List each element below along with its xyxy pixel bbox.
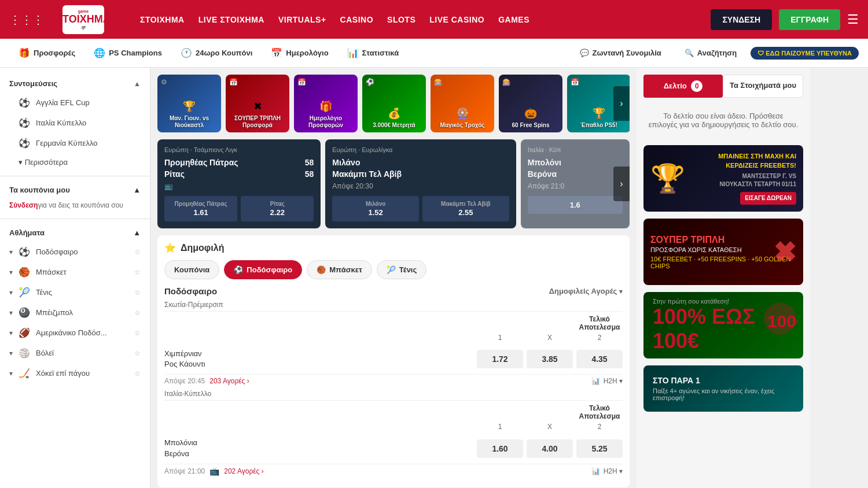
tab-coupons[interactable]: Κουπόνια (164, 260, 219, 279)
promo-card-5[interactable]: 🎃 60 Free Spins 🎰 (499, 75, 562, 132)
promo-icon-4: 🎡 (456, 107, 469, 120)
sport-item-baseball[interactable]: ▾ 🎱 Μπέιζμπολ ☆ (0, 302, 150, 323)
h2h-btn-2[interactable]: H2H ▾ (604, 467, 623, 475)
odd1-header-2: 1 (477, 423, 523, 431)
odd-btn-1-1[interactable]: 1.72 (477, 350, 523, 368)
match-3-odd[interactable]: 1.6 (528, 196, 623, 214)
nav-casino[interactable]: CASINO (340, 13, 373, 27)
promo-card-1[interactable]: ✖ ΣΟΥΠΕΡ ΤΡΙΠΛΗ Προσφορά 📅 (226, 75, 289, 132)
login-button[interactable]: ΣΥΝΔΕΣΗ (711, 9, 772, 30)
match-2-odd1[interactable]: Μιλάνο 1.52 (332, 196, 419, 221)
expand-icon-4: ▾ (9, 309, 13, 317)
more-markets-1[interactable]: 203 Αγορές › (209, 377, 249, 385)
bet-odds-1: 1.72 3.85 4.35 (477, 350, 623, 368)
live-match-cards: Ευρώπη · Τσάμπιονς Λιγκ Προμηθέας Πάτρας… (157, 139, 630, 228)
tab-coupons-label: Κουπόνια (174, 265, 209, 274)
bet-row-2: Μπολόνια Βερόνα 1.60 4.00 5.25 (164, 433, 623, 464)
match-1-odd2[interactable]: Ρίτας 2.22 (241, 196, 314, 221)
nav-ps-champions[interactable]: 🌐 PS Champions (84, 39, 171, 67)
responsible-gaming-badge[interactable]: 🛡 ΕΔΩ ΠΑΙΖΟΥΜΕ ΥΠΕΥΘΥΝΑ (751, 47, 859, 60)
football-icon-3: ⚽ (19, 138, 30, 149)
my-coupons-header[interactable]: Τα κουπόνια μου ▲ (0, 181, 150, 199)
live-match-2[interactable]: Ευρώπη · Ευρωλίγκα Μιλάνο Μακάμπι Τελ Αβ… (325, 139, 516, 228)
tab-basketball[interactable]: 🏀 Μπάσκετ (307, 260, 372, 279)
sport-item-basketball[interactable]: ▾ 🏀 Μπάσκετ ☆ (0, 262, 150, 282)
nav-chat[interactable]: 💬 Ζωντανή Συνομιλία (571, 49, 671, 57)
promo-top-icon-6: 📅 (571, 78, 579, 86)
markets-dropdown[interactable]: Δημοφιλείς Αγορές ▾ (549, 287, 623, 295)
match-3-time: Απόψε 21:0 (528, 182, 623, 190)
promo-top-icon-2: 📅 (297, 78, 306, 86)
match-next-arrow[interactable]: › (613, 167, 630, 201)
nav-coupon24[interactable]: 🕐 24ωρο Κουπόνι (171, 39, 262, 67)
nav-ps-label: PS Champions (109, 49, 162, 57)
register-button[interactable]: ΕΓΓΡΑΦΗ (779, 9, 840, 30)
nav-live-casino[interactable]: LIVE CASINO (429, 13, 484, 27)
tab-tennis[interactable]: 🎾 Τένις (377, 260, 426, 279)
match-1-odd1[interactable]: Προμηθέας Πάτρας 1.61 (164, 196, 237, 221)
tab-football-icon: ⚽ (234, 265, 243, 274)
coupons-arrow: ▲ (133, 186, 141, 194)
grid-icon[interactable]: ⋮⋮⋮ (9, 13, 44, 27)
nav-promo[interactable]: 🎁 Προσφορές (9, 39, 84, 67)
betslip-tab-my-bets[interactable]: Τα Στοιχήματά μου (723, 75, 803, 98)
tab-football[interactable]: ⚽ Ποδόσφαιρο (224, 260, 302, 279)
banner-para-1[interactable]: ΣΤΟ ΠΑΡΑ 1 Παίξε 4+ αγώνες και αν νικήσε… (643, 365, 803, 412)
sport-item-hockey[interactable]: ▾ 🏒 Χόκεϊ επί πάγου ☆ (0, 363, 150, 383)
coupons-login-link[interactable]: Σύνδεση (9, 201, 38, 209)
betslip-tab-active[interactable]: Δελτίο 0 (643, 75, 723, 98)
expand-icon-2: ▾ (9, 268, 13, 276)
nav-live[interactable]: LIVE ΣΤΟΙΧΗΜΑ (198, 13, 264, 27)
match-2-team2: Μακάμπι Τελ Αβίβ (332, 169, 509, 179)
nav-links: ΣΤΟΙΧΗΜΑ LIVE ΣΤΟΙΧΗΜΑ VIRTUALS+ CASINO … (140, 13, 697, 27)
sports-header[interactable]: Αθλήματα ▲ (0, 224, 150, 242)
expand-icon-6: ▾ (9, 349, 13, 357)
nav-stats[interactable]: 📊 Στατιστικά (338, 39, 409, 67)
banner-ps-action[interactable]: ΕΙΣΑΓΕ ΔΩΡΕΑΝ (740, 192, 796, 205)
odd-btn-2-x[interactable]: 4.00 (527, 439, 573, 458)
logo-area[interactable]: game ΣΤΟΙΧΗΜΑ .gr (62, 5, 126, 34)
nav-calendar[interactable]: 📅 Ημερολόγιο (262, 39, 337, 67)
promo-card-3[interactable]: 💰 3.000€ Μετρητά ⚽ (362, 75, 426, 132)
sport-item-football[interactable]: ▾ ⚽ Ποδόσφαιρο ☆ (0, 242, 150, 262)
banner-100-percent[interactable]: Στην πρώτη σου κατάθεση! 100% ΕΩΣ 100€ 1… (643, 292, 803, 358)
live-match-1[interactable]: Ευρώπη · Τσάμπιονς Λιγκ Προμηθέας Πάτρας… (157, 139, 321, 228)
league-1-container: Σκωτία-Πρέμιερσιπ Τελικό Αποτελεσμα 1 X … (164, 301, 623, 390)
promo-card-0[interactable]: 🏆 Μαν. Γιουν. vs Νιούκαστλ ⚙ (157, 75, 221, 132)
more-markets-2[interactable]: 202 Αγορές › (224, 467, 263, 475)
nav-virtuals[interactable]: VIRTUALS+ (278, 13, 326, 27)
nav-stoixima[interactable]: ΣΤΟΙΧΗΜΑ (140, 13, 185, 27)
odds-headers-row-2: 1 X 2 (164, 423, 623, 431)
promo-label-2: Ημερολόγιο Προσφορών (297, 115, 354, 129)
sport-item-american-football[interactable]: ▾ 🏈 Αμερικάνικο Ποδόσ... ☆ (0, 323, 150, 343)
odd-btn-2-1[interactable]: 1.60 (477, 439, 523, 458)
shortcuts-header[interactable]: Συντομεύσεις ▲ (0, 75, 150, 93)
banner-super-tripla[interactable]: ΣΟΥΠΕΡ ΤΡΙΠΛΗ ΠΡΟΣΦΟΡΑ ΧΩΡΙΣ ΚΑΤΑΘΕΣΗ 10… (643, 219, 803, 285)
hamburger-icon[interactable]: ☰ (847, 12, 859, 27)
banner-ps-champions[interactable]: 🏆 ΜΠΑΙΝΕΙΣ ΣΤΗ ΜΑΧΗ ΚΑΙ ΚΕΡΔΙΖΕΙΣ FREEBE… (643, 145, 803, 212)
sidebar-more[interactable]: ▾ Περισσότερα (0, 153, 150, 171)
sidebar-item-italy-cup[interactable]: ⚽ Ιταλία Κύπελλο (0, 113, 150, 133)
clock-icon: 🕐 (181, 47, 192, 58)
odd-btn-1-x[interactable]: 3.85 (527, 350, 573, 368)
promo-next-arrow[interactable]: › (613, 86, 630, 121)
nav-search[interactable]: 🔍 Αναζήτηση (675, 49, 746, 57)
match-1-odd2-val: 2.22 (270, 208, 285, 217)
sidebar-item-england-efl[interactable]: ⚽ Αγγλία EFL Cup (0, 93, 150, 113)
h2h-btn-1[interactable]: H2H ▾ (604, 377, 623, 385)
odd-btn-1-2[interactable]: 4.35 (576, 350, 623, 368)
sidebar-item-germany-cup[interactable]: ⚽ Γερμανία Κύπελλο (0, 133, 150, 153)
promo-card-2[interactable]: 🎁 Ημερολόγιο Προσφορών 📅 (294, 75, 358, 132)
nav-games[interactable]: GAMES (498, 13, 529, 27)
promo-card-4[interactable]: 🎡 Μαγικός Τροχός 🎰 (431, 75, 494, 132)
globe-icon: 🌐 (94, 47, 105, 58)
sidebar-germany-label: Γερμανία Κύπελλο (36, 139, 97, 147)
match-2-odd2-label: Μακάμπι Τελ Αβίβ (441, 201, 491, 207)
match-2-time: Απόψε 20:30 (332, 182, 509, 190)
sport-item-volleyball[interactable]: ▾ 🏐 Βόλεϊ ☆ (0, 343, 150, 363)
nav-slots[interactable]: SLOTS (387, 13, 415, 27)
sport-item-tennis[interactable]: ▾ 🎾 Τένις ☆ (0, 282, 150, 302)
odd-btn-2-2[interactable]: 5.25 (576, 439, 623, 458)
bet-teams-1: Χιμπέρνιαν Ρος Κάουντι (164, 349, 280, 369)
match-2-odd2[interactable]: Μακάμπι Τελ Αβίβ 2.55 (422, 196, 509, 221)
